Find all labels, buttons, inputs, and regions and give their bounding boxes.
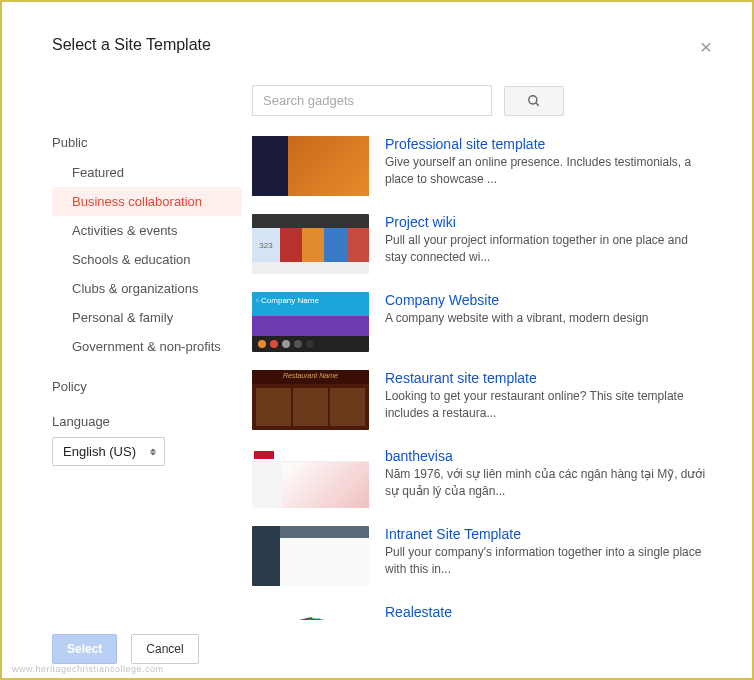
sidebar-item-personal-family[interactable]: Personal & family xyxy=(52,303,242,332)
sidebar-group-public: Public xyxy=(52,129,242,156)
template-title[interactable]: banthevisa xyxy=(385,448,706,466)
sidebar-item-featured[interactable]: Featured xyxy=(52,158,242,187)
template-text: Professional site template Give yourself… xyxy=(385,136,706,196)
template-card[interactable]: Professional site template Give yourself… xyxy=(252,130,706,208)
template-card[interactable]: 323 Project wiki Pull all your project i… xyxy=(252,208,706,286)
watermark: www.heritagechristiancollege.com xyxy=(12,664,164,674)
template-text: Project wiki Pull all your project infor… xyxy=(385,214,706,274)
sidebar-group-policy[interactable]: Policy xyxy=(52,373,242,400)
close-button[interactable]: × xyxy=(700,36,712,57)
template-card[interactable]: Restaurant Name Restaurant site template… xyxy=(252,364,706,442)
template-text: Company Website A company website with a… xyxy=(385,292,706,352)
template-desc: Looking to get your restaurant online? T… xyxy=(385,388,706,422)
template-thumbnail: 323 xyxy=(252,214,369,274)
results-list[interactable]: Professional site template Give yourself… xyxy=(252,130,712,620)
select-button[interactable]: Select xyxy=(52,634,117,664)
template-thumbnail xyxy=(252,604,369,620)
template-desc: Pull your company's information together… xyxy=(385,544,706,578)
search-input[interactable] xyxy=(252,85,492,116)
template-title[interactable]: Realestate xyxy=(385,604,706,620)
dialog-body: Public Featured Business collaboration A… xyxy=(52,85,712,620)
template-dialog: Select a Site Template × Public Featured… xyxy=(2,2,752,678)
template-title[interactable]: Intranet Site Template xyxy=(385,526,706,544)
cancel-button[interactable]: Cancel xyxy=(131,634,198,664)
language-label: Language xyxy=(52,414,242,429)
template-text: Restaurant site template Looking to get … xyxy=(385,370,706,430)
language-select[interactable]: English (US) xyxy=(52,437,165,466)
template-desc: Năm 1976, với sự liên minh của các ngân … xyxy=(385,466,706,500)
template-thumbnail: Restaurant Name xyxy=(252,370,369,430)
sidebar-item-business-collaboration[interactable]: Business collaboration xyxy=(52,187,242,216)
sidebar: Public Featured Business collaboration A… xyxy=(52,85,252,620)
template-desc: Give yourself an online presence. Includ… xyxy=(385,154,706,188)
template-thumbnail xyxy=(252,526,369,586)
search-row xyxy=(252,85,712,130)
sidebar-item-government-nonprofits[interactable]: Government & non-profits xyxy=(52,332,242,361)
main-panel: Professional site template Give yourself… xyxy=(252,85,712,620)
template-text: Intranet Site Template Pull your company… xyxy=(385,526,706,586)
template-desc: Pull all your project information togeth… xyxy=(385,232,706,266)
template-text: banthevisa Năm 1976, với sự liên minh củ… xyxy=(385,448,706,508)
template-text: Realestate xyxy=(385,604,706,620)
close-icon: × xyxy=(700,35,712,58)
template-desc: A company website with a vibrant, modern… xyxy=(385,310,706,327)
template-title[interactable]: Company Website xyxy=(385,292,706,310)
sidebar-item-clubs-organizations[interactable]: Clubs & organizations xyxy=(52,274,242,303)
language-selected-value: English (US) xyxy=(63,444,136,459)
template-title[interactable]: Professional site template xyxy=(385,136,706,154)
template-thumbnail: ◦ Company Name xyxy=(252,292,369,352)
template-card[interactable]: Intranet Site Template Pull your company… xyxy=(252,520,706,598)
template-title[interactable]: Restaurant site template xyxy=(385,370,706,388)
svg-line-1 xyxy=(536,102,539,105)
sidebar-item-activities-events[interactable]: Activities & events xyxy=(52,216,242,245)
template-card[interactable]: ◦ Company Name Company Website A company… xyxy=(252,286,706,364)
dialog-title: Select a Site Template xyxy=(52,36,211,54)
template-thumbnail xyxy=(252,136,369,196)
search-icon xyxy=(527,94,541,108)
svg-point-0 xyxy=(529,95,537,103)
template-card[interactable]: Realestate xyxy=(252,598,706,620)
search-button[interactable] xyxy=(504,86,564,116)
template-thumbnail xyxy=(252,448,369,508)
sort-icon xyxy=(150,448,156,455)
template-card[interactable]: banthevisa Năm 1976, với sự liên minh củ… xyxy=(252,442,706,520)
dialog-header: Select a Site Template × xyxy=(52,36,712,85)
sidebar-item-schools-education[interactable]: Schools & education xyxy=(52,245,242,274)
template-title[interactable]: Project wiki xyxy=(385,214,706,232)
sidebar-items: Featured Business collaboration Activiti… xyxy=(52,158,242,361)
